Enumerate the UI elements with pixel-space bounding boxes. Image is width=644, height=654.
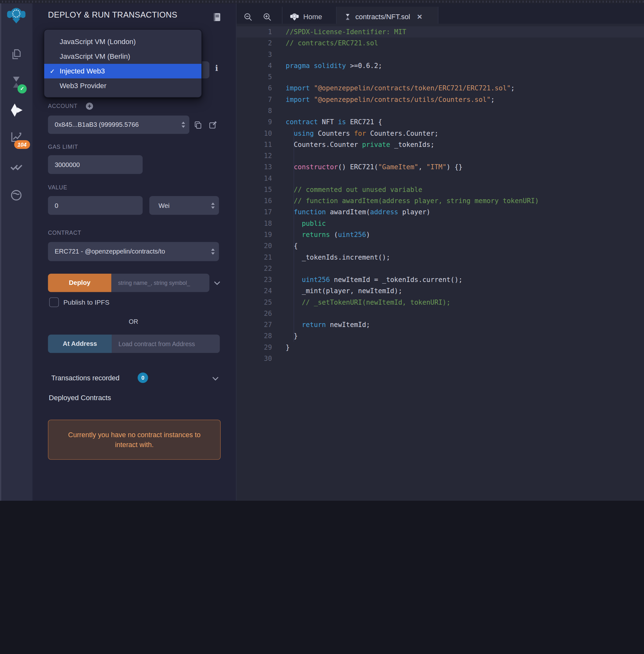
- code-line[interactable]: 27 return newItemId;: [236, 319, 644, 330]
- value-label: VALUE: [48, 184, 67, 190]
- account-select[interactable]: 0x845...B1aB3 (999995.5766: [48, 116, 189, 134]
- code-line[interactable]: 4pragma solidity >=0.6.2;: [236, 60, 644, 71]
- environment-dropdown-list: JavaScript VM (London)JavaScript VM (Ber…: [44, 35, 201, 93]
- deploy-run-icon[interactable]: [8, 103, 24, 117]
- unit-stepper-icon[interactable]: [211, 202, 215, 209]
- code-line[interactable]: 6import "@openzeppelin/contracts/token/E…: [236, 83, 644, 94]
- tab-home-label: Home: [303, 13, 322, 21]
- edit-account-icon[interactable]: [208, 120, 218, 130]
- code-line[interactable]: 25 // _setTokenURI(newItemId, tokenURI);: [236, 297, 644, 308]
- environment-option[interactable]: ✓Injected Web3: [44, 64, 201, 78]
- value-unit: Wei: [150, 196, 219, 215]
- gas-limit-label: GAS LIMIT: [48, 144, 78, 151]
- code-line[interactable]: 13 constructor() ERC721("GameItem", "ITM…: [236, 162, 644, 173]
- constructor-args-input[interactable]: [111, 274, 209, 292]
- icon-sidebar: ✓ 104: [0, 0, 32, 501]
- environment-option[interactable]: JavaScript VM (London): [44, 35, 201, 49]
- contract-select[interactable]: ERC721 - @openzeppelin/contracts/to: [48, 242, 219, 261]
- transactions-recorded-label: Transactions recorded: [51, 374, 120, 382]
- environment-info-icon[interactable]: i: [215, 64, 218, 72]
- code-line[interactable]: 29}: [236, 342, 644, 353]
- contract-label: CONTRACT: [48, 230, 81, 236]
- remix-ide-window: ✓ 104: [0, 0, 644, 501]
- transactions-expand-icon[interactable]: [212, 376, 219, 381]
- code-line[interactable]: 15 // commented out unused variable: [236, 184, 644, 195]
- transactions-count-badge: 0: [138, 373, 148, 383]
- selected-check-icon: ✓: [49, 64, 54, 78]
- environment-dropdown: JavaScript VM (London)JavaScript VM (Ber…: [44, 29, 202, 97]
- tab-bar: Home contracts/NFT.sol ✕: [236, 3, 644, 24]
- account-value: 0x845...B1aB3 (999995.5766: [48, 116, 189, 134]
- code-line[interactable]: 1//SPDX-License-Identifier: MIT: [236, 26, 644, 37]
- add-account-icon[interactable]: [86, 102, 94, 110]
- code-line[interactable]: 16 // function awardItem(address player,…: [236, 195, 644, 206]
- account-label: ACCOUNT: [48, 103, 77, 110]
- code-line[interactable]: 30: [236, 353, 644, 364]
- documentation-book-icon[interactable]: [212, 12, 222, 22]
- close-tab-icon[interactable]: ✕: [417, 13, 422, 21]
- debugger-icon[interactable]: [9, 160, 23, 174]
- value-input[interactable]: [48, 196, 143, 215]
- code-line[interactable]: 7import "@openzeppelin/contracts/utils/C…: [236, 94, 644, 105]
- deploy-button[interactable]: Deploy: [48, 274, 111, 292]
- code-line[interactable]: 23 uint256 newItemId = _tokenIds.current…: [236, 274, 644, 285]
- code-line[interactable]: 11 Counters.Counter private _tokenIds;: [236, 139, 644, 150]
- home-remix-icon: [290, 12, 299, 22]
- at-address-input[interactable]: [112, 335, 220, 353]
- copy-account-icon[interactable]: [193, 120, 203, 130]
- window-resize-strip: [0, 0, 644, 3]
- publish-ipfs-label: Publish to IPFS: [64, 298, 110, 306]
- code-line[interactable]: 9contract NFT is ERC721 {: [236, 116, 644, 128]
- value-unit-select[interactable]: Wei: [150, 196, 219, 215]
- expand-constructor-icon[interactable]: [214, 281, 221, 285]
- contract-stepper-icon[interactable]: [211, 248, 215, 255]
- code-lines: 1//SPDX-License-Identifier: MIT2// contr…: [236, 24, 644, 364]
- zoom-in-icon[interactable]: [262, 12, 272, 22]
- code-line[interactable]: 24 _mint(player, newItemId);: [236, 286, 644, 297]
- compiler-success-badge: ✓: [18, 84, 27, 94]
- code-line[interactable]: 3: [236, 49, 644, 60]
- code-line[interactable]: 5: [236, 71, 644, 83]
- code-line[interactable]: 22: [236, 263, 644, 274]
- code-line[interactable]: 20 {: [236, 240, 644, 251]
- gas-limit-input[interactable]: [48, 155, 143, 174]
- solidity-file-icon: [344, 13, 351, 21]
- plugin-circle-icon[interactable]: [9, 188, 23, 202]
- or-separator: OR: [48, 318, 219, 325]
- contract-value: ERC721 - @openzeppelin/contracts/to: [48, 242, 219, 261]
- publish-ipfs-checkbox[interactable]: [49, 297, 59, 307]
- statistics-count-badge: 104: [14, 140, 30, 149]
- tab-file-label: contracts/NFT.sol: [355, 13, 410, 21]
- no-instances-notice: Currently you have no contract instances…: [48, 420, 221, 459]
- code-line[interactable]: 17 function awardItem(address player): [236, 207, 644, 218]
- code-line[interactable]: 19 returns (uint256): [236, 229, 644, 240]
- account-stepper-icon[interactable]: [181, 121, 185, 128]
- code-line[interactable]: 12: [236, 150, 644, 161]
- sidebar-edge: [0, 0, 1, 501]
- code-line[interactable]: 10 using Counters for Counters.Counter;: [236, 128, 644, 139]
- main-area: Home contracts/NFT.sol ✕ 1//SPDX-License…: [236, 0, 644, 501]
- panel-title: DEPLOY & RUN TRANSACTIONS: [48, 10, 177, 20]
- environment-option[interactable]: JavaScript VM (Berlin): [44, 49, 201, 64]
- code-editor[interactable]: 1//SPDX-License-Identifier: MIT2// contr…: [236, 24, 644, 501]
- file-explorer-icon[interactable]: [9, 48, 23, 61]
- deploy-run-panel: DEPLOY & RUN TRANSACTIONS i JavaScript V…: [32, 0, 236, 501]
- code-line[interactable]: 14: [236, 173, 644, 184]
- code-line[interactable]: 8: [236, 105, 644, 116]
- code-line[interactable]: 28 }: [236, 331, 644, 342]
- zoom-out-icon[interactable]: [243, 12, 253, 22]
- indent-guide: [294, 128, 294, 342]
- remix-logo-icon[interactable]: [6, 5, 26, 26]
- deployed-contracts-label: Deployed Contracts: [49, 394, 111, 402]
- code-line[interactable]: 2// contracts/ERC721.sol: [236, 38, 644, 49]
- environment-option[interactable]: Web3 Provider: [44, 78, 201, 93]
- code-line[interactable]: 18 public: [236, 218, 644, 229]
- code-line[interactable]: 21 _tokenIds.increment();: [236, 252, 644, 263]
- at-address-button[interactable]: At Address: [48, 335, 112, 353]
- code-line[interactable]: 26: [236, 308, 644, 319]
